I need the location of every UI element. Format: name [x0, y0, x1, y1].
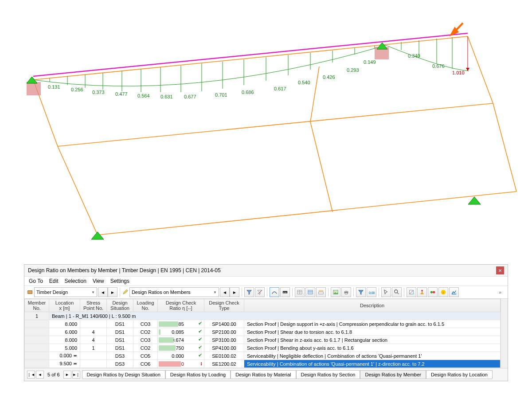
svg-point-78: [421, 290, 423, 292]
table-row[interactable]: 8.000 DS1CO3 0.885✔ SP1400.00 Section Pr…: [25, 320, 501, 328]
info-icon[interactable]: !: [438, 287, 448, 297]
svg-text:0.256: 0.256: [71, 87, 83, 92]
tool2-icon[interactable]: [417, 287, 427, 297]
toolbar-more[interactable]: »: [495, 289, 505, 295]
svg-line-5: [58, 103, 493, 146]
menu-view[interactable]: View: [93, 278, 104, 284]
col-desc[interactable]: Description: [244, 299, 501, 312]
svg-text:0.293: 0.293: [347, 67, 359, 73]
svg-text:0,00: 0,00: [369, 291, 375, 294]
tab-0[interactable]: Design Ratios by Design Situation: [82, 370, 165, 379]
page-next[interactable]: ►: [63, 371, 71, 379]
svg-text:x.xx: x.xx: [283, 291, 287, 293]
decimal-icon[interactable]: 0,00: [367, 287, 376, 297]
col-situation[interactable]: Design Situation: [107, 299, 133, 312]
table-view-icon[interactable]: [295, 287, 305, 297]
svg-point-75: [395, 290, 398, 293]
svg-line-0: [33, 36, 468, 80]
graph-icon[interactable]: [449, 287, 459, 297]
table-row[interactable]: 9.500 ≖ DS3CO6 1.010¡ SE1200.02 Servicea…: [25, 360, 501, 368]
results-panel: Design Ratio on Members by Member | Timb…: [24, 264, 508, 381]
tab-4[interactable]: Design Ratios by Member: [360, 370, 426, 379]
close-button[interactable]: ✕: [496, 266, 504, 274]
results-prev[interactable]: ◄: [220, 287, 230, 297]
svg-marker-32: [466, 68, 469, 71]
svg-rect-73: [345, 293, 347, 294]
svg-rect-58: [28, 291, 32, 294]
page-prev[interactable]: ◄: [36, 371, 44, 379]
svg-text:0.564: 0.564: [137, 93, 150, 98]
pencil-icon: [122, 289, 129, 295]
svg-text:0.631: 0.631: [160, 94, 173, 99]
svg-text:0.676: 0.676: [432, 63, 445, 69]
show-values-icon[interactable]: x.xx: [280, 287, 290, 297]
search-icon[interactable]: [392, 287, 402, 297]
print-icon[interactable]: [341, 287, 351, 297]
results-table[interactable]: Member No. Location x [m] Stress Point N…: [24, 299, 501, 368]
results-combo[interactable]: Design Ratios on Members▼: [129, 287, 219, 297]
results-next[interactable]: ►: [230, 287, 239, 297]
cursor-icon[interactable]: [381, 287, 391, 297]
toolbar: Timber Design▼ ◄► Design Ratios on Membe…: [24, 286, 508, 299]
table-row[interactable]: 5.000 1DS1CO2 0.750✔ SP4100.00 Section P…: [25, 344, 501, 352]
timber-icon: [27, 289, 33, 295]
svg-line-9: [33, 33, 468, 76]
svg-text:0.477: 0.477: [115, 91, 128, 97]
addon-prev[interactable]: ◄: [98, 287, 108, 297]
menu-edit[interactable]: Edit: [49, 278, 59, 284]
filter-select-icon[interactable]: [244, 287, 254, 297]
col-ratio[interactable]: Design Check Ratio η [--]: [158, 299, 204, 312]
menu-settings[interactable]: Settings: [110, 278, 129, 284]
group-row[interactable]: 1Beam | 1 - R_M1 140/600 | L : 9.500 m: [25, 312, 501, 320]
funnel-icon[interactable]: [356, 287, 366, 297]
tab-3[interactable]: Design Ratios by Section: [296, 370, 360, 379]
addon-next[interactable]: ►: [108, 287, 117, 297]
table-row[interactable]: 0.000 ≖ DS3CO5 0.000✔ SE0100.02 Servicea…: [25, 352, 501, 360]
vertical-scrollbar[interactable]: [501, 299, 508, 368]
svg-marker-40: [468, 197, 481, 204]
svg-rect-68: [319, 292, 324, 294]
svg-text:0.131: 0.131: [48, 84, 60, 90]
svg-line-59: [258, 290, 262, 294]
menubar: Go To Edit Selection View Settings: [24, 277, 508, 286]
svg-marker-39: [91, 232, 104, 239]
page-last[interactable]: ►❘: [72, 371, 80, 379]
col-type[interactable]: Design Check Type: [204, 299, 244, 312]
table-row[interactable]: 8.000 4DS1CO3 0.674✔ SP3100.00 Section P…: [25, 336, 501, 344]
page-first[interactable]: ❘◄: [27, 371, 35, 379]
svg-text:0.686: 0.686: [242, 90, 254, 95]
chevron-down-icon: ▼: [91, 290, 95, 294]
menu-goto[interactable]: Go To: [29, 278, 43, 284]
svg-text:!: !: [442, 291, 443, 295]
svg-line-2: [58, 146, 98, 235]
tool3-icon[interactable]: [428, 287, 438, 297]
viewport-3d[interactable]: 0.131 0.256 0.373 0.477 0.564 0.631 0.67…: [0, 0, 532, 257]
table-colored-icon[interactable]: [305, 287, 315, 297]
svg-text:0.340: 0.340: [408, 53, 420, 59]
addon-combo[interactable]: Timber Design▼: [34, 287, 97, 297]
filter-clear-icon[interactable]: [255, 287, 265, 297]
tool1-icon[interactable]: [407, 287, 416, 297]
svg-line-3: [468, 36, 493, 103]
table-row[interactable]: 6.000 4DS1CO2 0.085✔ SP2100.00 Section P…: [25, 328, 501, 336]
svg-marker-38: [377, 43, 387, 49]
svg-rect-72: [345, 290, 347, 292]
svg-marker-34: [451, 28, 458, 35]
col-location[interactable]: Location x [m]: [49, 299, 80, 312]
svg-line-8: [310, 122, 332, 212]
svg-line-76: [397, 293, 399, 294]
col-stress[interactable]: Stress Point No.: [80, 299, 107, 312]
svg-point-80: [433, 291, 435, 293]
show-diagram-icon[interactable]: [270, 287, 279, 297]
svg-point-79: [430, 291, 433, 293]
svg-text:0.701: 0.701: [215, 92, 227, 98]
col-member[interactable]: Member No.: [25, 299, 49, 312]
table-groups-icon[interactable]: [316, 287, 326, 297]
tab-5[interactable]: Design Ratios by Location: [426, 370, 493, 379]
tab-2[interactable]: Design Ratios by Material: [231, 370, 296, 379]
picture-icon[interactable]: [331, 287, 340, 297]
col-loading[interactable]: Loading No.: [133, 299, 158, 312]
structure-diagram: 0.131 0.256 0.373 0.477 0.564 0.631 0.67…: [0, 0, 532, 257]
menu-selection[interactable]: Selection: [65, 278, 86, 284]
tab-1[interactable]: Design Ratios by Loading: [165, 370, 231, 379]
